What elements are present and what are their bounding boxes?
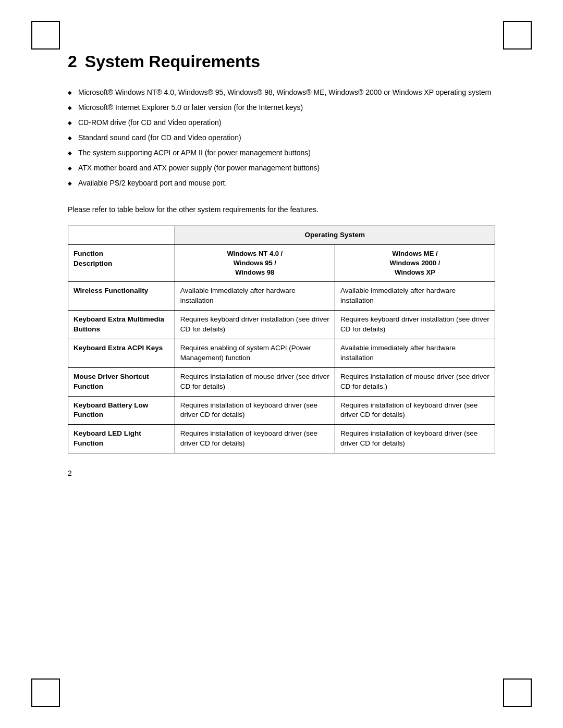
- func-desc-header: Function Description: [68, 244, 175, 282]
- desc-label: Description: [74, 260, 112, 267]
- page-number: 2: [68, 469, 495, 477]
- page: 2System Requirements Microsoft® Windows …: [0, 0, 563, 728]
- col1-cell: Requires keyboard driver installation (s…: [175, 311, 335, 339]
- os-header-row: Operating System: [68, 226, 495, 245]
- list-item: CD-ROM drive (for CD and Video operation…: [68, 117, 495, 128]
- col2-cell: Requires keyboard driver installation (s…: [335, 311, 495, 339]
- col1-cell: Requires installation of keyboard driver…: [175, 396, 335, 425]
- function-cell: Mouse Driver Shortcut Function: [68, 367, 175, 396]
- corner-top-right: [503, 21, 532, 50]
- col1-cell: Requires installation of mouse driver (s…: [175, 367, 335, 396]
- table-row: Keyboard LED Light FunctionRequires inst…: [68, 425, 495, 453]
- chapter-title-text: System Requirements: [85, 52, 260, 71]
- function-cell: Keyboard Battery Low Function: [68, 396, 175, 425]
- function-cell: Wireless Functionality: [68, 282, 175, 311]
- chapter-number: 2: [68, 52, 77, 71]
- table-row: Keyboard Extra ACPI KeysRequires enablin…: [68, 339, 495, 368]
- list-item: Available PS/2 keyboard port and mouse p…: [68, 178, 495, 189]
- function-cell: Keyboard Extra Multimedia Buttons: [68, 311, 175, 339]
- col1-cell: Requires installation of keyboard driver…: [175, 425, 335, 453]
- list-item: The system supporting ACPI or APM II (fo…: [68, 147, 495, 158]
- corner-bottom-left: [31, 678, 60, 707]
- table-row: Mouse Driver Shortcut FunctionRequires i…: [68, 367, 495, 396]
- intro-text: Please refer to table below for the othe…: [68, 204, 495, 215]
- func-header-empty: [68, 226, 175, 245]
- list-item: ATX mother board and ATX power supply (f…: [68, 163, 495, 174]
- table-row: Keyboard Extra Multimedia ButtonsRequire…: [68, 311, 495, 339]
- requirements-list: Microsoft® Windows NT® 4.0, Windows® 95,…: [68, 87, 495, 189]
- col2-cell: Requires installation of keyboard driver…: [335, 425, 495, 453]
- main-content: 2System Requirements Microsoft® Windows …: [52, 52, 511, 477]
- list-item: Microsoft® Windows NT® 4.0, Windows® 95,…: [68, 87, 495, 98]
- col2-cell: Requires installation of keyboard driver…: [335, 396, 495, 425]
- table-body: Wireless FunctionalityAvailable immediat…: [68, 282, 495, 453]
- col2-cell: Available immediately after hardware ins…: [335, 282, 495, 311]
- chapter-title: 2System Requirements: [68, 52, 495, 71]
- sub-header-row: Function Description Windows NT 4.0 / Wi…: [68, 244, 495, 282]
- col2-cell: Available immediately after hardware ins…: [335, 339, 495, 368]
- corner-top-left: [31, 21, 60, 50]
- function-cell: Keyboard LED Light Function: [68, 425, 175, 453]
- os-header: Operating System: [175, 226, 495, 245]
- table-row: Wireless FunctionalityAvailable immediat…: [68, 282, 495, 311]
- col1-cell: Requires enabling of system ACPI (Power …: [175, 339, 335, 368]
- corner-bottom-right: [503, 678, 532, 707]
- requirements-table: Operating System Function Description Wi…: [68, 226, 495, 453]
- list-item: Standard sound card (for CD and Video op…: [68, 132, 495, 143]
- col2-header: Windows ME / Windows 2000 / Windows XP: [335, 244, 495, 282]
- func-label: Function: [74, 250, 103, 257]
- col1-cell: Available immediately after hardware ins…: [175, 282, 335, 311]
- table-row: Keyboard Battery Low FunctionRequires in…: [68, 396, 495, 425]
- col2-cell: Requires installation of mouse driver (s…: [335, 367, 495, 396]
- col1-header: Windows NT 4.0 / Windows 95 / Windows 98: [175, 244, 335, 282]
- function-cell: Keyboard Extra ACPI Keys: [68, 339, 175, 368]
- list-item: Microsoft® Internet Explorer 5.0 or late…: [68, 102, 495, 113]
